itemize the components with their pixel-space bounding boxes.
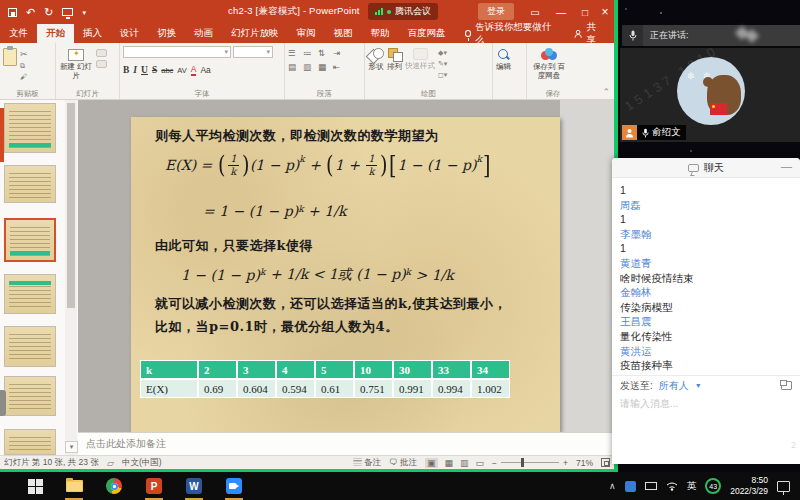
share-button[interactable]: 共享 — [564, 24, 614, 43]
font-size-select[interactable]: ▾ — [233, 46, 273, 58]
tell-me-box[interactable]: 告诉我你想要做什么 — [455, 24, 565, 43]
shape-effects-icon[interactable]: ◻▾ — [438, 71, 447, 79]
taskbar-chrome[interactable] — [105, 477, 123, 495]
ribbon-tab[interactable]: 幻灯片放映 — [222, 24, 288, 43]
fit-to-window-icon[interactable] — [601, 458, 610, 467]
login-button[interactable]: 登录 — [478, 3, 514, 20]
slide-sorter-icon[interactable]: ▦ — [445, 458, 454, 468]
clear-formatting-icon[interactable]: abc — [161, 66, 173, 75]
change-case-icon[interactable]: Aa — [200, 65, 210, 75]
shape-fill-icon[interactable]: ◆▾ — [438, 49, 447, 57]
slide-thumbnail[interactable] — [4, 429, 56, 455]
reset-icon[interactable] — [96, 60, 107, 68]
minimize-chat-icon[interactable]: — — [781, 160, 792, 172]
zoom-slider-thumb[interactable] — [521, 458, 524, 467]
format-painter-icon[interactable]: 🖌 — [20, 73, 28, 80]
tray-app-icon[interactable] — [625, 481, 636, 492]
ime-indicator[interactable]: 英 — [687, 480, 697, 493]
current-slide[interactable]: 则每人平均检测次数，即检测次数的数学期望为 E(X) = (1k)(1 − p)… — [131, 117, 560, 432]
undo-icon[interactable]: ↶ — [26, 7, 35, 18]
notes-collapse-button[interactable]: ▾ — [65, 441, 78, 453]
reading-view-icon[interactable]: ▥ — [460, 458, 469, 468]
pop-out-icon[interactable] — [781, 381, 792, 390]
chat-header[interactable]: 聊天 — — [612, 158, 800, 178]
arrange-button[interactable]: 排列 — [387, 46, 402, 88]
text-direction-icon[interactable]: ⇤ — [333, 62, 346, 74]
ribbon-tab[interactable]: 视图 — [325, 24, 362, 43]
chat-input-area[interactable]: 2 — [612, 413, 800, 464]
chat-message-list[interactable]: 1周磊1李墨翰1黄道青啥时候疫情结束金翰林传染病模型王昌震量化传染性黄洪运疫苗接… — [612, 178, 800, 375]
zoom-level[interactable]: 71% — [576, 458, 593, 468]
slide-thumbnail-selected[interactable] — [4, 218, 56, 262]
language-indicator[interactable]: 中文(中国) — [122, 457, 162, 469]
participant-video-tile[interactable]: 15137 1810 ✻ ✼ 俞绍文 — [620, 48, 800, 142]
align-left-icon[interactable]: ▤ — [288, 62, 301, 74]
comments-toggle[interactable]: 🗨 批注 — [389, 457, 417, 469]
redo-icon[interactable]: ↻ — [44, 7, 53, 18]
character-spacing-icon[interactable]: AV — [177, 66, 186, 75]
ribbon-tab[interactable]: 开始 — [37, 24, 74, 43]
taskbar-tencent-meeting[interactable] — [225, 477, 243, 495]
ribbon-tab[interactable]: 百度网盘 — [399, 24, 455, 43]
ribbon-tab[interactable]: 审阅 — [288, 24, 325, 43]
ribbon-tab[interactable]: 文件 — [0, 24, 37, 43]
bold-button[interactable]: B — [123, 65, 129, 75]
paste-button[interactable] — [3, 46, 17, 88]
align-center-icon[interactable]: ▥ — [303, 62, 316, 74]
numbered-list-icon[interactable]: ≔ — [303, 48, 316, 60]
meeting-status-badge[interactable]: 腾讯会议 — [368, 3, 438, 20]
ribbon-tab[interactable]: 设计 — [111, 24, 148, 43]
taskbar-word[interactable]: W — [185, 477, 203, 495]
collapse-ribbon-icon[interactable]: ⌃ — [602, 87, 610, 97]
font-name-select[interactable]: ▾ — [123, 46, 231, 58]
slide-thumbnail[interactable] — [4, 376, 56, 416]
indent-more-icon[interactable]: ⇥ — [333, 48, 346, 60]
slide-thumbnail[interactable] — [4, 165, 56, 203]
notes-pane[interactable]: 点击此处添加备注 — [78, 432, 614, 455]
action-center-icon[interactable] — [777, 481, 790, 492]
slide-thumbnail[interactable] — [4, 326, 56, 367]
columns-icon[interactable]: ▦ — [318, 62, 331, 74]
ribbon-tab[interactable]: 插入 — [74, 24, 111, 43]
ribbon-tab[interactable]: 帮助 — [362, 24, 399, 43]
qat-customize-caret-icon[interactable]: ▾ — [82, 9, 86, 16]
layout-icon[interactable] — [96, 49, 107, 57]
zoom-in-icon[interactable]: + — [563, 458, 568, 468]
start-slideshow-icon[interactable] — [62, 8, 73, 16]
copy-icon[interactable]: ⧉ — [20, 62, 28, 70]
underline-button[interactable]: U — [141, 65, 148, 75]
chat-input[interactable]: 请输入消息... — [612, 395, 800, 413]
font-color-icon[interactable]: A — [191, 64, 197, 76]
thumbnail-scrollbar[interactable] — [65, 100, 77, 455]
italic-button[interactable]: I — [133, 65, 137, 75]
line-spacing-icon[interactable]: ⇅ — [318, 48, 331, 60]
send-to-select[interactable]: 所有人 — [659, 379, 689, 393]
chevron-down-icon[interactable]: ▼ — [695, 382, 702, 389]
bullet-list-icon[interactable]: ☰ — [288, 48, 301, 60]
normal-view-icon[interactable]: ▣ — [425, 458, 438, 468]
start-button[interactable] — [28, 479, 43, 494]
clock[interactable]: 8:50 2022/3/29 — [730, 475, 768, 496]
tray-expand-icon[interactable]: ∧ — [609, 481, 616, 491]
ribbon-tab[interactable]: 切换 — [148, 24, 185, 43]
battery-indicator[interactable]: 43 — [705, 478, 721, 494]
taskbar-powerpoint[interactable]: P — [145, 477, 163, 495]
wifi-icon[interactable] — [666, 481, 678, 491]
edit-button[interactable]: 编辑 — [496, 46, 511, 88]
shape-outline-icon[interactable]: ✎▾ — [438, 60, 447, 68]
notes-toggle[interactable]: ▤ 备注 — [353, 457, 381, 469]
save-to-baidu-button[interactable]: 保存到 百度网盘 — [530, 46, 568, 88]
zoom-out-icon[interactable]: − — [492, 458, 497, 468]
slide-thumbnail[interactable] — [4, 274, 56, 314]
cut-icon[interactable]: ✂ — [20, 49, 28, 59]
ribbon-tab[interactable]: 动画 — [185, 24, 222, 43]
display-icon[interactable] — [645, 482, 657, 490]
slide-thumbnail[interactable] — [4, 103, 56, 153]
taskbar-file-explorer[interactable] — [65, 477, 83, 495]
strikethrough-button[interactable]: S — [152, 65, 157, 75]
quick-styles-button[interactable]: 快速样式 — [405, 46, 435, 88]
spellcheck-icon[interactable]: ▱ — [107, 458, 114, 468]
new-slide-button[interactable]: 新建 幻灯片 — [59, 46, 93, 88]
slideshow-icon[interactable]: ▭ — [476, 458, 485, 468]
zoom-slider[interactable]: − + — [492, 458, 568, 468]
